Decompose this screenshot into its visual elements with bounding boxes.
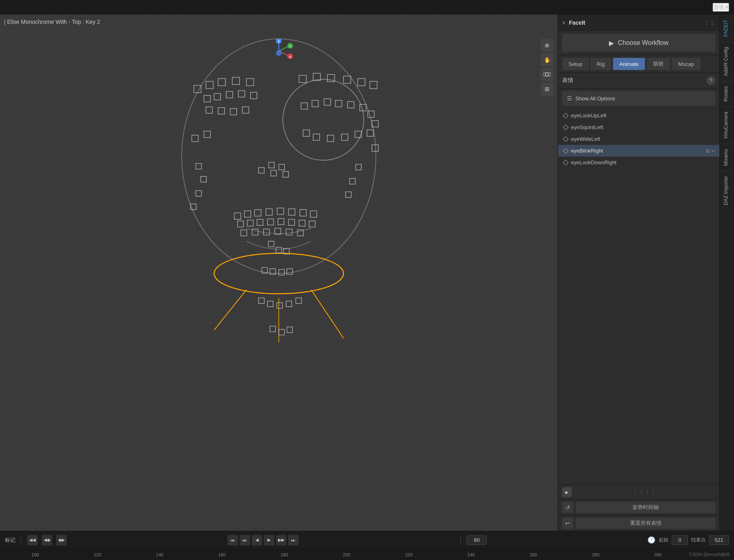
timeline-bar: 100 120 140 160 180 200 220 240 260 280 … bbox=[0, 549, 734, 560]
svg-rect-97 bbox=[286, 301, 292, 307]
tab-bake[interactable]: 烘焙 bbox=[647, 58, 670, 70]
svg-rect-61 bbox=[266, 209, 272, 215]
section-help-button[interactable]: ? bbox=[706, 76, 715, 85]
svg-rect-101 bbox=[287, 327, 293, 333]
svg-rect-36 bbox=[301, 103, 308, 109]
reset-all-button[interactable]: 重置所有表情 bbox=[576, 518, 715, 529]
svg-rect-65 bbox=[310, 211, 317, 217]
nav-next-key[interactable]: ◆▶ bbox=[56, 535, 67, 545]
expression-item-4[interactable]: eyeLookDownRight bbox=[558, 157, 719, 168]
svg-rect-83 bbox=[196, 163, 202, 169]
expression-item-0[interactable]: eyeLookUpLeft bbox=[558, 110, 719, 121]
timeline-marker-100: 100 bbox=[4, 552, 66, 557]
side-tab-virtucamera[interactable]: VirtuCamera bbox=[720, 106, 734, 144]
tab-animate[interactable]: Animate bbox=[613, 58, 645, 70]
expression-diamond-0 bbox=[563, 112, 569, 118]
show-all-options-button[interactable]: ☰ Show All Options bbox=[562, 91, 715, 106]
jump-end-btn[interactable]: ⏭ bbox=[288, 535, 299, 545]
nav-prev-key[interactable]: ◀◆ bbox=[42, 535, 52, 545]
top-menu-button[interactable]: 选项 ▾ bbox=[713, 3, 729, 12]
step-back-btn[interactable]: ◀ bbox=[252, 535, 262, 545]
nav-prev-prev[interactable]: ◀◀ bbox=[27, 535, 38, 545]
side-tab-addr-config[interactable]: AddrR Config bbox=[720, 42, 734, 81]
svg-rect-71 bbox=[289, 219, 295, 225]
svg-rect-21 bbox=[299, 75, 306, 83]
pan-tool[interactable]: ✋ bbox=[541, 53, 554, 66]
svg-rect-24 bbox=[344, 76, 351, 83]
timeline-marker-260: 260 bbox=[502, 552, 564, 557]
pose-timeline-icon-btn[interactable]: ↺ bbox=[562, 502, 573, 513]
svg-rect-92 bbox=[279, 269, 284, 275]
svg-rect-32 bbox=[206, 107, 212, 113]
frame-input[interactable] bbox=[467, 535, 487, 545]
svg-rect-31 bbox=[250, 92, 257, 99]
svg-point-11 bbox=[283, 79, 364, 160]
svg-rect-19 bbox=[232, 77, 240, 85]
expression-name-4: eyeLookDownRight bbox=[571, 159, 715, 165]
svg-line-13 bbox=[214, 290, 246, 330]
expression-item-1[interactable]: eyeSquintLeft bbox=[558, 121, 719, 133]
svg-rect-26 bbox=[370, 81, 377, 89]
expression-item-3[interactable]: eyeBlinkRight ⊞ ↩ bbox=[558, 145, 719, 157]
expression-name-0: eyeLookUpLeft bbox=[571, 112, 715, 119]
svg-rect-98 bbox=[296, 298, 301, 303]
jump-start-btn[interactable]: ⏮ bbox=[227, 535, 238, 545]
svg-line-14 bbox=[311, 290, 344, 338]
grid-tool[interactable]: ⊞ bbox=[541, 83, 554, 95]
svg-rect-89 bbox=[346, 192, 351, 197]
svg-rect-47 bbox=[327, 135, 334, 142]
play-btn[interactable]: ▶ bbox=[264, 535, 274, 545]
jump-prev-btn[interactable]: ⏭ bbox=[240, 535, 250, 545]
clock-icon: 🕐 bbox=[647, 536, 656, 544]
start-frame-input[interactable] bbox=[672, 535, 688, 545]
playback-play-button[interactable]: ▶ bbox=[562, 487, 572, 497]
expression-edit-icon[interactable]: ⊞ bbox=[706, 148, 710, 154]
marker-label: 标记 bbox=[5, 537, 15, 544]
viewport[interactable]: | Elise Monochrome With - Top : Key 2 Z … bbox=[0, 15, 558, 531]
step-forward-btn[interactable]: ▶▶ bbox=[276, 535, 286, 545]
expression-item-2[interactable]: eyeWideLeft bbox=[558, 133, 719, 145]
expression-diamond-2 bbox=[563, 136, 569, 142]
svg-rect-45 bbox=[303, 130, 310, 136]
choose-workflow-button[interactable]: ▶ Choose Workflow bbox=[562, 34, 715, 52]
camera-tool[interactable] bbox=[541, 68, 554, 81]
workflow-play-icon: ▶ bbox=[609, 39, 614, 47]
svg-rect-80 bbox=[268, 241, 274, 247]
pose-timeline-button[interactable]: 姿势时间轴 bbox=[576, 502, 715, 513]
svg-rect-78 bbox=[286, 229, 292, 235]
svg-rect-48 bbox=[342, 134, 348, 140]
expression-name-1: eyeSquintLeft bbox=[571, 124, 715, 130]
svg-rect-100 bbox=[279, 329, 284, 335]
faceit-header: ∨ FaceIt ⋮⋮ bbox=[558, 15, 719, 31]
show-all-icon: ☰ bbox=[567, 95, 572, 102]
svg-rect-69 bbox=[267, 219, 274, 225]
svg-rect-35 bbox=[242, 107, 249, 113]
svg-rect-94 bbox=[259, 298, 264, 303]
bottom-right-info: 🕐 起始 结束点 bbox=[647, 535, 729, 545]
svg-rect-28 bbox=[214, 93, 221, 100]
timeline-marker-120: 120 bbox=[66, 552, 129, 557]
expression-diamond-4 bbox=[563, 159, 569, 165]
svg-rect-29 bbox=[226, 91, 233, 98]
end-frame-input[interactable] bbox=[709, 535, 729, 545]
timeline-marker-280: 280 bbox=[564, 552, 627, 557]
timeline-marker-240: 240 bbox=[440, 552, 502, 557]
side-tab-mixamo[interactable]: Mixamo bbox=[720, 144, 734, 171]
side-tab-faceit[interactable]: FACEIT bbox=[720, 15, 734, 42]
section-header: 表情 ? bbox=[558, 73, 719, 89]
svg-rect-37 bbox=[312, 100, 318, 107]
expression-reset-icon[interactable]: ↩ bbox=[711, 148, 715, 154]
svg-rect-30 bbox=[238, 91, 245, 97]
svg-rect-56 bbox=[204, 131, 210, 138]
tab-setup[interactable]: Setup bbox=[562, 58, 589, 70]
zoom-tool[interactable]: ⊕ bbox=[541, 39, 554, 52]
side-tab-daz-importer[interactable]: DAZ Importer bbox=[720, 171, 734, 210]
faceit-collapse-arrow[interactable]: ∨ bbox=[562, 20, 566, 25]
svg-rect-18 bbox=[218, 78, 225, 86]
reset-all-icon-btn[interactable]: ↩ bbox=[562, 518, 573, 529]
tab-rig[interactable]: Rig bbox=[590, 58, 611, 70]
timeline-credit: CSDN @linux内核控 bbox=[689, 552, 730, 558]
tab-mocap[interactable]: Mocap bbox=[672, 58, 700, 70]
svg-rect-68 bbox=[257, 219, 263, 225]
side-tab-routes[interactable]: Routes bbox=[720, 81, 734, 106]
